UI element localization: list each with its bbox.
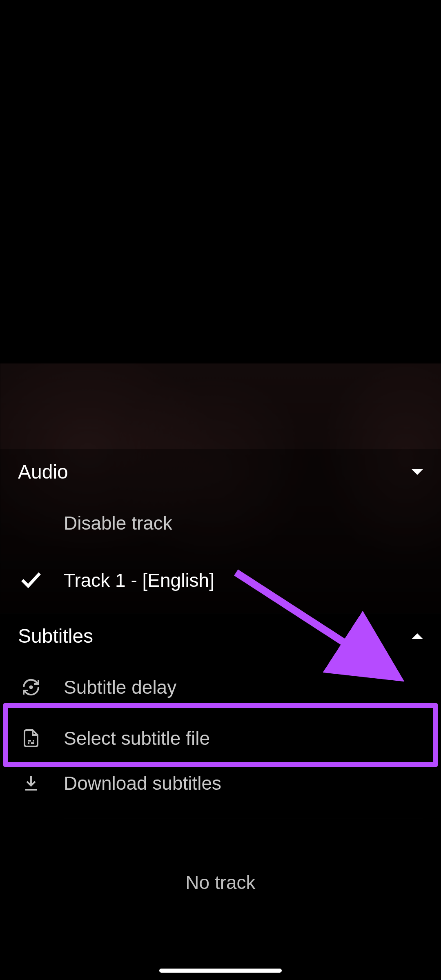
- select-subtitle-file-label: Select subtitle file: [64, 727, 210, 749]
- chevron-down-icon: [412, 469, 423, 475]
- audio-option-disable-label: Disable track: [64, 512, 172, 534]
- sync-icon: [18, 674, 44, 700]
- home-indicator: [159, 969, 282, 973]
- audio-section-title: Audio: [18, 461, 68, 483]
- check-icon: [18, 567, 44, 593]
- audio-option-track1[interactable]: Track 1 - [English]: [0, 552, 441, 609]
- subtitle-delay-row[interactable]: Subtitle delay: [0, 659, 441, 716]
- audio-section-header[interactable]: Audio: [0, 449, 441, 494]
- download-subtitles-label: Download subtitles: [64, 772, 221, 794]
- subtitles-section-title: Subtitles: [18, 625, 93, 647]
- download-icon: [18, 770, 44, 796]
- select-subtitle-file-row[interactable]: Select subtitle file: [0, 716, 441, 761]
- subtitles-divider: [64, 818, 423, 818]
- chevron-up-icon: [412, 633, 423, 639]
- subtitles-current-track: No track: [0, 871, 441, 893]
- audio-option-disable[interactable]: Disable track: [0, 494, 441, 552]
- file-text-icon: [18, 725, 44, 751]
- download-subtitles-row[interactable]: Download subtitles: [0, 761, 441, 806]
- svg-point-0: [30, 686, 32, 688]
- subtitle-delay-label: Subtitle delay: [64, 676, 176, 698]
- subtitles-section-header[interactable]: Subtitles: [0, 613, 441, 659]
- tracks-bottom-sheet: Audio Disable track Track 1 - [English] …: [0, 449, 441, 980]
- audio-option-track1-label: Track 1 - [English]: [64, 569, 214, 591]
